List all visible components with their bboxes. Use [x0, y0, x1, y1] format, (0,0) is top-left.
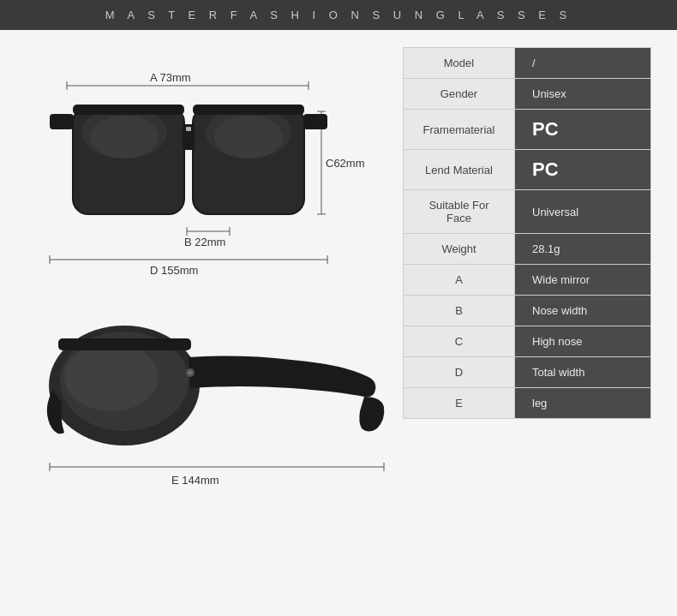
svg-text:D 155mm: D 155mm — [150, 264, 198, 277]
spec-row-2: FramematerialPC — [404, 110, 651, 150]
spec-value-1: Unisex — [515, 79, 651, 110]
spec-label-5: Weight — [404, 234, 515, 265]
spec-row-10: Eleg — [404, 388, 651, 419]
left-panel: A 73mm C62mm — [26, 47, 386, 493]
svg-rect-31 — [58, 338, 191, 350]
spec-label-1: Gender — [404, 79, 515, 110]
spec-value-9: Total width — [515, 357, 651, 388]
spec-row-1: GenderUnisex — [404, 79, 651, 110]
side-view-diagram: E 144mm — [26, 296, 386, 493]
front-view-svg: A 73mm C62mm — [26, 47, 386, 278]
spec-row-4: Suitable For FaceUniversal — [404, 190, 651, 234]
svg-point-37 — [189, 371, 192, 374]
spec-value-6: Wide mirror — [515, 265, 651, 296]
svg-rect-15 — [186, 127, 191, 131]
spec-label-4: Suitable For Face — [404, 190, 515, 234]
spec-value-4: Universal — [515, 190, 651, 234]
svg-rect-16 — [50, 114, 74, 129]
spec-value-8: High nose — [515, 326, 651, 357]
svg-text:B 22mm: B 22mm — [184, 236, 225, 248]
side-view-svg: E 144mm — [26, 296, 386, 493]
right-panel: Model/GenderUnisexFramematerialPCLend Ma… — [403, 47, 651, 493]
svg-rect-17 — [303, 114, 327, 129]
spec-row-5: Weight28.1g — [404, 234, 651, 265]
page-header: M A S T E R F A S H I O N S U N G L A S … — [0, 0, 677, 30]
svg-point-30 — [64, 343, 159, 411]
spec-row-8: CHigh nose — [404, 326, 651, 357]
svg-text:C62mm: C62mm — [326, 157, 365, 170]
main-content: A 73mm C62mm — [0, 30, 677, 510]
svg-point-13 — [214, 116, 283, 158]
spec-label-9: D — [404, 357, 515, 388]
spec-label-10: E — [404, 388, 515, 419]
spec-label-3: Lend Material — [404, 150, 515, 190]
spec-label-6: A — [404, 265, 515, 296]
svg-rect-19 — [193, 105, 304, 115]
spec-value-0: / — [515, 48, 651, 79]
spec-label-0: Model — [404, 48, 515, 79]
spec-label-7: B — [404, 296, 515, 326]
specs-table: Model/GenderUnisexFramematerialPCLend Ma… — [403, 47, 651, 419]
svg-rect-18 — [73, 105, 184, 115]
svg-text:E 144mm: E 144mm — [171, 474, 219, 487]
spec-value-5: 28.1g — [515, 234, 651, 265]
spec-value-10: leg — [515, 388, 651, 419]
svg-text:A 73mm: A 73mm — [150, 71, 191, 84]
spec-row-9: DTotal width — [404, 357, 651, 388]
spec-row-3: Lend MaterialPC — [404, 150, 651, 190]
spec-value-3: PC — [515, 150, 651, 190]
spec-row-0: Model/ — [404, 48, 651, 79]
header-title: M A S T E R F A S H I O N S U N G L A S … — [105, 9, 572, 21]
svg-point-10 — [90, 116, 159, 158]
spec-label-8: C — [404, 326, 515, 357]
spec-value-2: PC — [515, 110, 651, 150]
front-view-diagram: A 73mm C62mm — [26, 47, 386, 278]
spec-row-7: BNose width — [404, 296, 651, 326]
spec-row-6: AWide mirror — [404, 265, 651, 296]
spec-value-7: Nose width — [515, 296, 651, 326]
spec-label-2: Framematerial — [404, 110, 515, 150]
